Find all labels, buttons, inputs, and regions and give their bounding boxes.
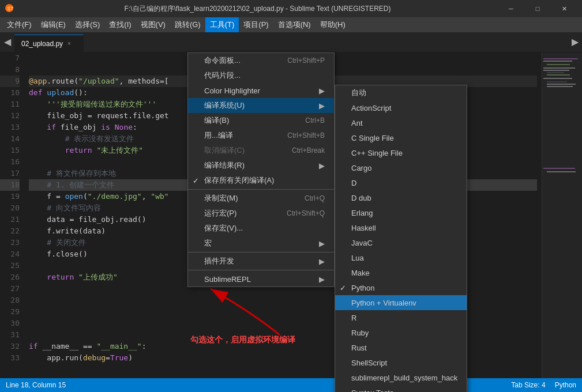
compile-cpp-single-label: C++ Single File xyxy=(351,149,403,157)
compile-auto[interactable]: 自动 xyxy=(335,85,467,100)
tools-menu-save-macro[interactable]: 保存宏(V)... xyxy=(188,221,334,236)
status-tabsize[interactable]: Tab Size: 4 xyxy=(511,381,545,389)
tools-menu-plugin-dev[interactable]: 插件开发 ▶ xyxy=(188,254,334,269)
arrow-icon: ▶ xyxy=(319,161,325,170)
menu-select[interactable]: 选择(S) xyxy=(70,17,104,32)
line-num: 33 xyxy=(0,352,20,364)
compile-ant-label: Ant xyxy=(351,119,363,127)
menu-prefs[interactable]: 首选项(N) xyxy=(273,17,316,32)
tools-menu-macros[interactable]: 宏 ▶ xyxy=(188,236,334,251)
tools-menu-run-macro[interactable]: 运行宏(P) Ctrl+Shift+Q xyxy=(188,206,334,221)
menu-separator xyxy=(188,189,334,190)
window-controls[interactable]: ─ □ ✕ xyxy=(498,0,577,17)
menu-help[interactable]: 帮助(H) xyxy=(316,17,350,32)
compile-d-dub[interactable]: D dub xyxy=(335,190,467,205)
compile-shellscript-label: ShellScript xyxy=(351,359,387,367)
status-position: Line 18, Column 15 xyxy=(6,381,66,389)
tools-menu-compile-with-label: 用...编译 xyxy=(204,130,233,141)
svg-rect-12 xyxy=(547,86,573,87)
compile-d[interactable]: D xyxy=(335,175,467,190)
arrow-icon: ▶ xyxy=(319,101,325,110)
line-num: 26 xyxy=(0,272,20,283)
tools-menu-save-macro-label: 保存宏(V)... xyxy=(204,223,243,233)
line-num: 7 xyxy=(0,52,20,64)
compile-python[interactable]: ✓ Python xyxy=(335,280,467,295)
compile-haskell[interactable]: Haskell xyxy=(335,220,467,235)
compile-javac[interactable]: JavaC xyxy=(335,235,467,250)
tools-menu-sublime-repl[interactable]: SublimeREPL ▶ xyxy=(188,272,334,287)
svg-rect-11 xyxy=(547,84,576,85)
menu-file[interactable]: 文件(F) xyxy=(2,17,36,32)
compile-erlang-label: Erlang xyxy=(351,209,373,217)
tools-menu-save-all-compile[interactable]: ✓ 保存所有关闭编译(A) xyxy=(188,173,334,188)
tools-menu-snippet[interactable]: 代码片段... xyxy=(188,68,334,83)
compile-cargo[interactable]: Cargo xyxy=(335,160,467,175)
status-language[interactable]: Python xyxy=(555,381,576,389)
tools-menu-compile[interactable]: 编译(B) Ctrl+B xyxy=(188,113,334,128)
compile-lua-label: Lua xyxy=(351,254,364,262)
compile-shellscript[interactable]: ShellScript xyxy=(335,355,467,370)
menu-find[interactable]: 查找(I) xyxy=(104,17,136,32)
line-num: 27 xyxy=(0,283,20,295)
line-num: 23 xyxy=(0,237,20,248)
compile-syntax-tests[interactable]: Syntax Tests xyxy=(335,385,467,392)
tools-menu-colorhl[interactable]: Color Highlighter ▶ xyxy=(188,83,334,98)
tab-prev[interactable]: ◀ xyxy=(0,32,14,52)
menu-view[interactable]: 视图(V) xyxy=(136,17,170,32)
main-area: 7 8 9 10 11 12 13 14 15 16 17 18 19 20 2… xyxy=(0,52,582,378)
compile-make[interactable]: Make xyxy=(335,265,467,280)
status-right: Tab Size: 4 Python xyxy=(511,381,576,389)
menubar: 文件(F) 编辑(E) 选择(S) 查找(I) 视图(V) 跳转(G) 工具(T… xyxy=(0,17,582,32)
tools-menu-cancel-shortcut: Ctrl+Break xyxy=(280,146,325,154)
svg-rect-13 xyxy=(543,168,575,169)
menu-goto[interactable]: 跳转(G) xyxy=(170,17,205,32)
tools-menu-command[interactable]: 命令面板... Ctrl+Shift+P xyxy=(188,53,334,68)
close-button[interactable]: ✕ xyxy=(551,0,577,17)
svg-text:ST: ST xyxy=(7,6,14,12)
tools-menu-compilesys[interactable]: 编译系统(U) ▶ xyxy=(188,98,334,113)
compile-python-virtualenv[interactable]: Python + Virtualenv xyxy=(335,295,467,310)
tools-menu-compile-label: 编译(B) xyxy=(204,115,229,126)
menu-edit[interactable]: 编辑(E) xyxy=(36,17,70,32)
compile-cpp-single[interactable]: C++ Single File xyxy=(335,145,467,160)
compile-ant[interactable]: Ant xyxy=(335,115,467,130)
tools-menu-compile-result[interactable]: 编译结果(R) ▶ xyxy=(188,158,334,173)
arrow-icon: ▶ xyxy=(319,257,325,266)
minimize-button[interactable]: ─ xyxy=(498,0,524,17)
tools-menu-save-all-compile-label: 保存所有关闭编译(A) xyxy=(204,175,274,186)
compile-ruby[interactable]: Ruby xyxy=(335,325,467,340)
tab-close-btn[interactable]: × xyxy=(67,40,71,47)
compile-erlang[interactable]: Erlang xyxy=(335,205,467,220)
compile-cargo-label: Cargo xyxy=(351,164,371,172)
compile-lua[interactable]: Lua xyxy=(335,250,467,265)
tools-menu-record-macro[interactable]: 录制宏(M) Ctrl+Q xyxy=(188,191,334,206)
line-num: 15 xyxy=(0,145,20,156)
line-num: 29 xyxy=(0,306,20,318)
tab-file[interactable]: 02_upload.py × xyxy=(14,35,84,52)
compile-c-single[interactable]: C Single File xyxy=(335,130,467,145)
compile-r[interactable]: R xyxy=(335,310,467,325)
line-num: 31 xyxy=(0,329,20,341)
compile-actionscript[interactable]: ActionScript xyxy=(335,100,467,115)
compile-python-virtualenv-label: Python + Virtualenv xyxy=(351,299,416,307)
line-num: 18 xyxy=(0,179,20,191)
titlebar: ST F:\自己编的程序\flask_learn20200212\02_uplo… xyxy=(0,0,582,17)
compile-sublimerepl-hack[interactable]: sublimerepl_build_system_hack xyxy=(335,370,467,385)
compile-rust-label: Rust xyxy=(351,344,367,352)
menu-tools[interactable]: 工具(T) xyxy=(205,17,239,32)
compile-javac-label: JavaC xyxy=(351,239,373,247)
tools-menu-command-label: 命令面板... xyxy=(204,55,241,66)
compile-syntax-tests-label: Syntax Tests xyxy=(351,389,393,393)
line-num: 14 xyxy=(0,133,20,145)
svg-rect-8 xyxy=(547,74,570,76)
compile-sublimerepl-hack-label: sublimerepl_build_system_hack xyxy=(351,374,457,382)
compile-rust[interactable]: Rust xyxy=(335,340,467,355)
menu-project[interactable]: 项目(P) xyxy=(239,17,273,32)
maximize-button[interactable]: □ xyxy=(524,0,551,17)
tab-next[interactable]: ▶ xyxy=(568,32,582,52)
tools-menu-compile-with[interactable]: 用...编译 Ctrl+Shift+B xyxy=(188,128,334,143)
compile-ruby-label: Ruby xyxy=(351,329,369,337)
tools-menu-record-macro-shortcut: Ctrl+Q xyxy=(293,194,325,202)
annotation-text: 勾选这个，启用虚拟环境编译 xyxy=(190,335,295,345)
compile-d-label: D xyxy=(351,179,356,187)
